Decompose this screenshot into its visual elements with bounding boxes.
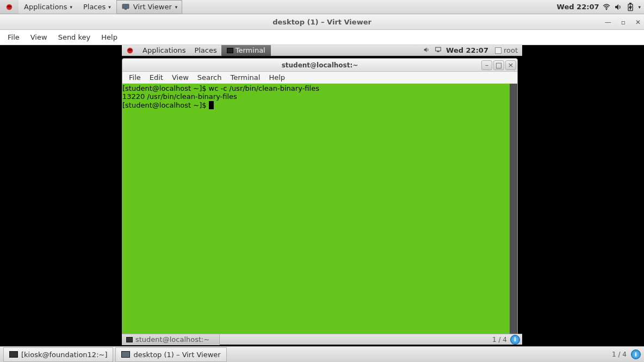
close-glyph: ×: [508, 61, 514, 69]
guest-top-panel: Applications Places Terminal Wed 22:07 r…: [122, 45, 522, 56]
guest-bottom-task-terminal[interactable]: student@localhost:~: [122, 334, 220, 345]
terminal-window: student@localhost:~ – □ × File Edit View…: [122, 58, 518, 338]
svg-rect-13: [437, 51, 439, 52]
host-menu-places[interactable]: Places ▾: [78, 0, 116, 14]
terminal-scrollbar[interactable]: [510, 84, 517, 337]
maximize-button[interactable]: ▫: [621, 18, 626, 26]
host-clock[interactable]: Wed 22:07: [557, 3, 599, 11]
svg-marker-8: [629, 5, 631, 10]
terminal-prompt: [student@localhost ~]$: [122, 101, 209, 109]
minimize-button[interactable]: –: [481, 60, 492, 70]
close-button[interactable]: ✕: [635, 18, 641, 26]
guest-taskbar-terminal[interactable]: Terminal: [221, 45, 271, 56]
guest-workspace-indicator[interactable]: 1 / 4: [492, 336, 507, 344]
chevron-down-icon: ▾: [108, 4, 111, 10]
host-menu-places-label: Places: [83, 3, 106, 11]
term-menu-help[interactable]: Help: [264, 72, 289, 83]
terminal-body[interactable]: [student@localhost ~]$ wc -c /usr/bin/cl…: [122, 84, 517, 337]
terminal-line: 13220 /usr/bin/clean-binary-files: [122, 93, 510, 101]
term-menu-search[interactable]: Search: [193, 72, 226, 83]
guest-user-label: root: [504, 46, 518, 54]
svg-point-4: [606, 9, 607, 9]
host-running-app[interactable]: Virt Viewer ▾: [116, 0, 183, 14]
network-icon[interactable]: [435, 46, 442, 55]
notification-icon[interactable]: i: [631, 349, 641, 359]
terminal-line: [student@localhost ~]$: [122, 101, 510, 110]
host-menu-applications-label: Applications: [24, 3, 67, 11]
user-square-icon: [495, 47, 501, 54]
guest-activities-hat[interactable]: [122, 47, 138, 54]
guest-user-menu[interactable]: root: [493, 46, 520, 54]
maximize-button[interactable]: □: [493, 60, 504, 70]
redhat-icon: [126, 47, 134, 54]
virt-viewer-titlebar[interactable]: desktop (1) – Virt Viewer — ▫ ✕: [0, 15, 644, 30]
terminal-menubar: File Edit View Search Terminal Help: [122, 72, 517, 84]
svg-rect-7: [630, 3, 631, 4]
host-bottom-right: 1 / 4 i: [612, 349, 644, 359]
volume-icon[interactable]: [423, 46, 430, 55]
wifi-icon[interactable]: [602, 3, 611, 11]
host-menu-applications[interactable]: Applications ▾: [18, 0, 78, 14]
term-menu-terminal[interactable]: Terminal: [226, 72, 264, 83]
display-icon: [121, 3, 130, 11]
guest-menu-applications-label: Applications: [143, 46, 185, 54]
chevron-down-icon: ▾: [70, 4, 72, 10]
guest-desktop: Applications Places Terminal Wed 22:07 r…: [122, 45, 522, 345]
terminal-title: student@localhost:~: [282, 61, 358, 69]
virt-viewer-display[interactable]: Applications Places Terminal Wed 22:07 r…: [0, 45, 644, 346]
virt-viewer-title: desktop (1) – Virt Viewer: [273, 18, 371, 26]
term-menu-file[interactable]: File: [125, 72, 145, 83]
guest-taskbar-terminal-label: Terminal: [236, 46, 265, 54]
terminal-icon: [227, 48, 233, 53]
vv-menu-view[interactable]: View: [26, 31, 52, 43]
guest-bottom-panel: student@localhost:~ 1 / 4 i: [122, 334, 522, 345]
host-panel-right: Wed 22:07 ▾: [557, 3, 644, 11]
guest-menu-applications[interactable]: Applications: [138, 46, 190, 54]
virt-viewer-menubar: File View Send key Help: [0, 30, 644, 45]
svg-rect-2: [122, 4, 129, 8]
term-menu-view[interactable]: View: [168, 72, 193, 83]
display-icon: [121, 351, 130, 358]
guest-clock[interactable]: Wed 22:07: [446, 46, 488, 54]
chevron-down-icon: ▾: [175, 4, 178, 10]
svg-marker-11: [424, 47, 427, 52]
guest-menu-places[interactable]: Places: [190, 46, 221, 54]
host-task-terminal[interactable]: [kiosk@foundation12:~]: [3, 347, 113, 362]
term-menu-edit[interactable]: Edit: [145, 72, 168, 83]
host-workspace-indicator[interactable]: 1 / 4: [612, 351, 627, 358]
guest-panel-right: Wed 22:07 root: [423, 46, 522, 55]
maximize-glyph: □: [496, 61, 502, 69]
minimize-button[interactable]: —: [605, 18, 611, 26]
host-activities-hat[interactable]: [0, 0, 18, 14]
notification-icon[interactable]: i: [510, 335, 520, 345]
terminal-titlebar[interactable]: student@localhost:~ – □ ×: [122, 59, 517, 72]
svg-point-10: [128, 49, 132, 51]
terminal-window-controls: – □ ×: [481, 60, 516, 70]
terminal-cursor: [209, 101, 214, 109]
guest-bottom-task-label: student@localhost:~: [135, 335, 209, 344]
terminal-icon: [9, 351, 18, 358]
vv-menu-sendkey[interactable]: Send key: [54, 31, 95, 43]
volume-icon[interactable]: [614, 3, 623, 11]
terminal-icon: [126, 337, 133, 342]
host-task-virtviewer[interactable]: desktop (1) – Virt Viewer: [115, 347, 226, 362]
host-bottom-panel: [kiosk@foundation12:~] desktop (1) – Vir…: [0, 346, 644, 362]
terminal-text[interactable]: [student@localhost ~]$ wc -c /usr/bin/cl…: [122, 84, 510, 337]
host-task-terminal-label: [kiosk@foundation12:~]: [21, 351, 107, 359]
guest-menu-places-label: Places: [194, 46, 216, 54]
host-top-panel: Applications ▾ Places ▾ Virt Viewer ▾ We…: [0, 0, 644, 14]
close-button[interactable]: ×: [505, 60, 516, 70]
battery-icon[interactable]: [626, 3, 635, 11]
redhat-icon: [5, 3, 13, 11]
host-running-app-label: Virt Viewer: [133, 3, 172, 11]
terminal-line: [student@localhost ~]$ wc -c /usr/bin/cl…: [122, 85, 510, 93]
vv-menu-file[interactable]: File: [3, 31, 24, 43]
vv-menu-help[interactable]: Help: [97, 31, 122, 43]
chevron-down-icon[interactable]: ▾: [638, 4, 641, 10]
host-panel-left: Applications ▾ Places ▾ Virt Viewer ▾: [0, 0, 182, 14]
host-task-virtviewer-label: desktop (1) – Virt Viewer: [133, 351, 220, 359]
guest-bottom-right: 1 / 4 i: [492, 335, 522, 345]
svg-rect-12: [436, 47, 441, 51]
svg-rect-3: [125, 9, 127, 9]
svg-marker-5: [615, 4, 618, 10]
